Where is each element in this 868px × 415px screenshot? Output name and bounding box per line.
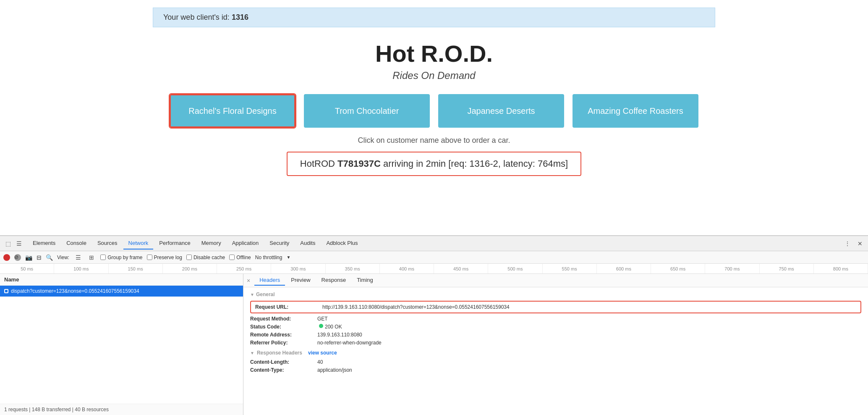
content-type-val: application/json (317, 367, 352, 373)
disable-cache-checkbox[interactable] (186, 255, 192, 260)
tab-elements[interactable]: Elements (28, 237, 60, 250)
view-list-icon[interactable]: ☰ (73, 253, 83, 262)
status-code-key: Status Code: (250, 324, 317, 330)
devtools-more-icon[interactable]: ⋮ (843, 239, 852, 248)
tick-300: 300 ms (271, 264, 325, 273)
tick-250: 250 ms (217, 264, 271, 273)
referrer-policy-val: no-referrer-when-downgrade (317, 340, 382, 346)
tick-350: 350 ms (326, 264, 380, 273)
customer-btn-japanese[interactable]: Japanese Deserts (438, 94, 564, 128)
client-id-value: 1316 (232, 13, 248, 21)
offline-label[interactable]: Offline (229, 255, 251, 260)
response-headers-label: Response Headers view source (250, 350, 861, 356)
request-url-box: Request URL: http://139.9.163.110:8080/d… (250, 301, 861, 313)
tick-500: 500 ms (488, 264, 542, 273)
offline-checkbox[interactable] (229, 255, 235, 260)
remote-address-key: Remote Address: (250, 332, 317, 338)
content-length-row: Content-Length: 40 (250, 359, 861, 365)
timeline-ticks: 50 ms 100 ms 150 ms 200 ms 250 ms 300 ms… (0, 264, 868, 273)
panel-tab-preview[interactable]: Preview (286, 275, 315, 286)
filter-icon[interactable]: ⊟ (37, 254, 42, 261)
customer-buttons: Rachel's Floral Designs Trom Chocolatier… (170, 94, 698, 128)
panel-tab-timing[interactable]: Timing (352, 275, 378, 286)
camera-icon[interactable]: 📷 (25, 254, 32, 261)
page-area: Your web client's id: 1316 Hot R.O.D. Ri… (0, 0, 868, 235)
dispatch-suffix: arriving in 2min [req: 1316-2, latency: … (381, 158, 568, 169)
request-method-key: Request Method: (250, 316, 317, 322)
devtools-tab-list: Elements Console Sources Network Perform… (28, 237, 363, 250)
client-id-text: Your web client's id: (163, 13, 232, 21)
dispatch-car-id: T781937C (337, 158, 381, 169)
tick-800: 800 ms (814, 264, 868, 273)
panel-tab-bar: × Headers Preview Response Timing (243, 274, 868, 287)
panel-close-btn[interactable]: × (247, 277, 250, 284)
tick-200: 200 ms (163, 264, 217, 273)
devtools-left-panel: Name dispatch?customer=123&nonse=0.05524… (0, 274, 243, 415)
network-name-header: Name (0, 274, 243, 286)
tab-sources[interactable]: Sources (92, 237, 123, 250)
group-by-frame-checkbox[interactable] (100, 255, 106, 260)
tab-application[interactable]: Application (227, 237, 264, 250)
request-url-key: Request URL: (255, 304, 322, 310)
tab-adblock[interactable]: Adblock Plus (321, 237, 363, 250)
panel-tab-headers[interactable]: Headers (254, 275, 285, 286)
network-controls: ⊘ 📷 ⊟ 🔍 View: ☰ ⊞ Group by frame Preserv… (0, 251, 868, 264)
referrer-policy-key: Referrer Policy: (250, 340, 317, 346)
disable-cache-label[interactable]: Disable cache (186, 255, 225, 260)
tick-750: 750 ms (760, 264, 814, 273)
tick-150: 150 ms (109, 264, 163, 273)
view-label: View: (57, 255, 69, 260)
devtools-main: Name dispatch?customer=123&nonse=0.05524… (0, 274, 868, 415)
group-by-frame-label[interactable]: Group by frame (100, 255, 142, 260)
tick-550: 550 ms (543, 264, 597, 273)
tab-memory[interactable]: Memory (196, 237, 226, 250)
tick-450: 450 ms (434, 264, 488, 273)
preserve-log-checkbox[interactable] (147, 255, 152, 260)
view-waterfall-icon[interactable]: ⊞ (87, 253, 96, 262)
tab-security[interactable]: Security (264, 237, 294, 250)
view-source-link[interactable]: view source (308, 350, 337, 356)
content-length-val: 40 (317, 359, 323, 365)
network-row-url: dispatch?customer=123&nonse=0.0552416075… (11, 288, 139, 294)
devtools-right-panel: × Headers Preview Response Timing Genera… (243, 274, 868, 415)
devtools-tab-end: ⋮ ✕ (843, 239, 865, 248)
tick-700: 700 ms (705, 264, 759, 273)
referrer-policy-row: Referrer Policy: no-referrer-when-downgr… (250, 340, 861, 346)
tab-audits[interactable]: Audits (295, 237, 320, 250)
network-empty-area (0, 297, 243, 404)
customer-btn-amazing[interactable]: Amazing Coffee Roasters (573, 94, 698, 128)
remote-address-val: 139.9.163.110:8080 (317, 332, 362, 338)
tick-50: 50 ms (0, 264, 54, 273)
panel-tab-response[interactable]: Response (316, 275, 351, 286)
status-dot-green (319, 324, 323, 328)
general-section-label: General (250, 292, 861, 297)
tick-600: 600 ms (597, 264, 651, 273)
content-length-key: Content-Length: (250, 359, 317, 365)
device-icon[interactable]: ☰ (14, 239, 24, 248)
clear-btn[interactable]: ⊘ (14, 254, 21, 261)
inspect-icon[interactable]: ⬚ (3, 239, 13, 248)
customer-btn-trom[interactable]: Trom Chocolatier (304, 94, 430, 128)
request-method-val: GET (317, 316, 328, 322)
content-type-key: Content-Type: (250, 367, 317, 373)
record-btn[interactable] (3, 254, 10, 261)
tab-console[interactable]: Console (61, 237, 92, 250)
devtools-tabs-bar: ⬚ ☰ Elements Console Sources Network Per… (0, 236, 868, 251)
click-instruction: Click on customer name above to order a … (358, 136, 510, 145)
tab-performance[interactable]: Performance (154, 237, 195, 250)
timeline-bar: 50 ms 100 ms 150 ms 200 ms 250 ms 300 ms… (0, 264, 868, 274)
tab-network[interactable]: Network (123, 237, 154, 250)
status-code-row: Status Code: 200 OK (250, 324, 861, 330)
app-title: Hot R.O.D. (375, 40, 493, 67)
search-icon[interactable]: 🔍 (46, 254, 53, 261)
response-headers-section: Response Headers view source Content-Len… (250, 350, 861, 373)
network-row[interactable]: dispatch?customer=123&nonse=0.0552416075… (0, 286, 243, 297)
network-row-dot (4, 289, 8, 293)
remote-address-row: Remote Address: 139.9.163.110:8080 (250, 332, 861, 338)
customer-btn-rachels[interactable]: Rachel's Floral Designs (170, 94, 295, 128)
status-code-val: 200 OK (325, 324, 342, 330)
throttling-dropdown-icon[interactable]: ▼ (286, 255, 290, 260)
devtools-close-icon[interactable]: ✕ (855, 239, 865, 248)
preserve-log-label[interactable]: Preserve log (147, 255, 182, 260)
app-subtitle: Rides On Demand (392, 70, 475, 81)
